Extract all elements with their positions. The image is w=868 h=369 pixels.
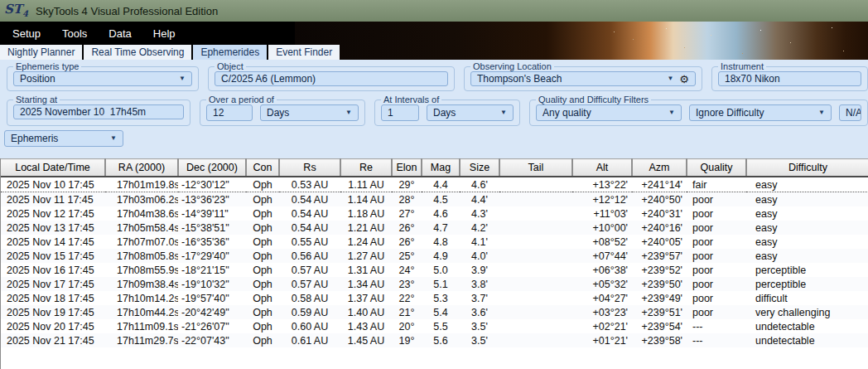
table-cell: 26° (392, 235, 422, 249)
intervals-unit-dropdown[interactable]: Days ▼ (427, 104, 514, 121)
menu-item-data[interactable]: Data (104, 27, 136, 40)
ephemeris-type-value: Position (20, 73, 55, 85)
table-cell: 0.58 AU (279, 291, 340, 305)
table-row[interactable]: 2025 Nov 10 17:4517h01m19.8s-12°30'12"Op… (1, 177, 868, 192)
table-cell: -21°26'07" (178, 319, 246, 333)
column-header-quality[interactable]: Quality (687, 159, 746, 177)
table-cell: easy (746, 235, 868, 249)
table-cell: 17h07m07.0s (105, 235, 178, 249)
table-cell: 4.2' (460, 221, 499, 235)
tab-ephemerides[interactable]: Ephemerides (193, 45, 267, 60)
column-header-tail[interactable]: Tail (499, 159, 572, 177)
table-cell: 17h11m09.1s (105, 319, 178, 333)
table-cell: poor (687, 263, 746, 277)
menu-item-setup[interactable]: Setup (7, 27, 46, 40)
column-header-alt[interactable]: Alt (572, 159, 632, 177)
filter-extra-field[interactable]: N/A (839, 104, 861, 121)
table-cell: 2025 Nov 19 17:45 (1, 305, 105, 319)
intervals-group: At Intervals of 1 Days ▼ (374, 95, 520, 126)
column-header-difficulty[interactable]: Difficulty (746, 159, 868, 177)
period-value-input[interactable]: 12 (206, 104, 253, 121)
object-group: Object C/2025 A6 (Lemmon) (208, 61, 455, 91)
menu-item-tools[interactable]: Tools (57, 27, 92, 40)
tab-nightly-planner[interactable]: Nightly Planner (0, 45, 82, 60)
column-header-ra-2000[interactable]: RA (2000) (105, 159, 178, 177)
table-cell: 4.4 (422, 177, 460, 192)
tab-event-finder[interactable]: Event Finder (268, 45, 340, 60)
table-row[interactable]: 2025 Nov 18 17:4517h10m14.2s-19°57'40"Op… (1, 291, 868, 305)
table-cell: 0.55 AU (279, 235, 340, 249)
table-cell: -17°29'40" (178, 249, 246, 263)
table-cell: 5.4 (422, 305, 460, 319)
filters-label: Quality and Difficulty Filters (536, 95, 651, 104)
table-cell: -15°38'51" (178, 221, 246, 235)
object-value: C/2025 A6 (Lemmon) (221, 73, 316, 85)
table-cell: 0.53 AU (279, 177, 340, 192)
nebula-artwork (295, 22, 868, 60)
object-input[interactable]: C/2025 A6 (Lemmon) (215, 71, 448, 86)
column-header-con[interactable]: Con (246, 159, 279, 177)
period-unit: Days (267, 107, 289, 119)
table-cell: 1.24 AU (340, 235, 392, 249)
table-row[interactable]: 2025 Nov 13 17:4517h05m58.4s-15°38'51"Op… (1, 221, 868, 235)
table-cell: undetectable (746, 333, 868, 347)
table-cell: 17h04m38.6s (105, 206, 178, 221)
table-cell: 3.9' (460, 263, 499, 277)
table-cell: 1.40 AU (340, 305, 392, 319)
table-row[interactable]: 2025 Nov 20 17:4517h11m09.1s-21°26'07"Op… (1, 319, 868, 333)
table-row[interactable]: 2025 Nov 11 17:4517h03m06.2s-13°36'23"Op… (1, 192, 868, 207)
starting-at-input[interactable]: 2025 November 10 17h45m (13, 104, 184, 119)
column-header-dec-2000[interactable]: Dec (2000) (178, 159, 246, 177)
table-row[interactable]: 2025 Nov 21 17:4517h11m29.7s-22°07'43"Op… (1, 333, 868, 347)
column-header-azm[interactable]: Azm (632, 159, 687, 177)
column-header-size[interactable]: Size (460, 159, 499, 177)
star-field (295, 22, 296, 22)
observing-location-dropdown[interactable]: Thompson's Beach ▼ ⚙ (470, 71, 696, 86)
column-header-re[interactable]: Re (340, 159, 392, 177)
table-cell: +08°52' (572, 235, 632, 249)
ephemeris-type-dropdown[interactable]: Position ▼ (13, 71, 192, 86)
table-row[interactable]: 2025 Nov 17 17:4517h09m38.4s-19°10'32"Op… (1, 277, 868, 291)
starting-at-group: Starting at 2025 November 10 17h45m (7, 95, 190, 126)
table-cell: 2025 Nov 14 17:45 (1, 235, 105, 249)
table-cell: +06°38' (572, 263, 632, 277)
table-row[interactable]: 2025 Nov 19 17:4517h10m44.2s-20°42'49"Op… (1, 305, 868, 319)
menu-item-help[interactable]: Help (148, 27, 181, 40)
header-band: SetupToolsDataHelp Nightly PlannerReal T… (0, 22, 868, 60)
view-mode-value: Ephemeris (11, 133, 58, 144)
table-cell: Oph (246, 235, 279, 249)
table-cell: Oph (246, 177, 279, 192)
table-cell: 2025 Nov 10 17:45 (1, 177, 105, 192)
table-row[interactable]: 2025 Nov 14 17:4517h07m07.0s-16°35'36"Op… (1, 235, 868, 249)
table-cell: 5.3 (422, 291, 460, 305)
table-cell: +11°03' (572, 206, 632, 221)
table-cell: poor (687, 206, 746, 221)
intervals-value-input[interactable]: 1 (381, 104, 419, 121)
view-mode-dropdown[interactable]: Ephemeris ▼ (4, 130, 123, 147)
tab-real-time-observing[interactable]: Real Time Observing (84, 45, 191, 60)
table-cell: +01°21' (572, 333, 632, 347)
table-row[interactable]: 2025 Nov 12 17:4517h04m38.6s-14°39'11"Op… (1, 206, 868, 221)
instrument-input[interactable]: 18x70 Nikon (718, 71, 861, 86)
table-cell: 2025 Nov 12 17:45 (1, 206, 105, 221)
column-header-mag[interactable]: Mag (422, 159, 460, 177)
table-cell: +239°51' (632, 305, 687, 319)
table-cell: fair (687, 177, 746, 192)
difficulty-filter-dropdown[interactable]: Ignore Difficulty ▼ (689, 104, 832, 121)
table-cell: 2025 Nov 16 17:45 (1, 263, 105, 277)
period-unit-dropdown[interactable]: Days ▼ (260, 104, 359, 121)
table-row[interactable]: 2025 Nov 16 17:4517h08m55.9s-18°21'15"Op… (1, 263, 868, 277)
table-row[interactable]: 2025 Nov 15 17:4517h08m05.8s-17°29'40"Op… (1, 249, 868, 263)
table-cell: 0.57 AU (279, 263, 340, 277)
column-header-elon[interactable]: Elon (392, 159, 422, 177)
gear-icon[interactable]: ⚙ (679, 74, 689, 85)
table-cell: -19°10'32" (178, 277, 246, 291)
table-cell: 4.7 (422, 221, 460, 235)
column-header-local-date-time[interactable]: Local Date/Time (1, 159, 105, 177)
quality-filter-dropdown[interactable]: Any quality ▼ (536, 104, 682, 121)
table-cell: 2025 Nov 11 17:45 (1, 192, 105, 207)
period-value: 12 (213, 107, 224, 119)
column-header-rs[interactable]: Rs (279, 159, 340, 177)
table-cell: -16°35'36" (178, 235, 246, 249)
table-cell: 5.5 (422, 319, 460, 333)
